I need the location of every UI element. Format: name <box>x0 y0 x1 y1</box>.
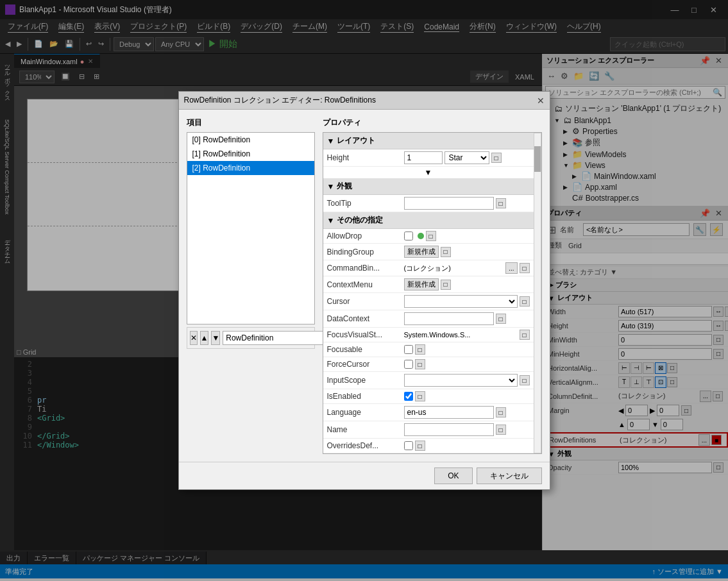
allowdrop-reset-icon[interactable]: □ <box>426 231 436 241</box>
dialog-forcecursor-row: ForceCursor □ <box>323 357 534 372</box>
contextmenu-reset-icon[interactable]: □ <box>441 280 451 290</box>
cursor-reset-icon[interactable]: □ <box>520 296 530 307</box>
focusable-label: Focusable <box>327 345 404 354</box>
dialog-bindinggroup-row: BindingGroup 新規作成 □ <box>323 244 534 260</box>
allowdrop-checkbox[interactable] <box>404 232 413 240</box>
dialog-properties-panel: プロパティ ▼ レイアウト Height <box>323 117 542 454</box>
items-section-label: 項目 <box>187 117 315 128</box>
tooltip-value: □ <box>404 197 530 210</box>
focusvisualst-reset-icon[interactable]: □ <box>520 330 530 340</box>
bindinggroup-value: 新規作成 □ <box>404 246 530 258</box>
ok-button[interactable]: OK <box>434 467 472 484</box>
dialog-outer-section[interactable]: ▼ 外観 <box>323 178 534 195</box>
dialog-focusvisualst-row: FocusVisualSt... System.Windows.S... □ <box>323 328 534 342</box>
focusable-value: □ <box>404 344 530 355</box>
isenabled-label: IsEnabled <box>327 392 404 401</box>
height-unit-dropdown[interactable]: Star <box>444 151 489 164</box>
list-item-2[interactable]: [2] RowDefinition <box>187 161 314 175</box>
props-section-label: プロパティ <box>323 117 542 128</box>
bindinggroup-label: BindingGroup <box>327 248 404 257</box>
dialog-datacontext-row: DataContext □ <box>323 310 534 328</box>
cancel-button[interactable]: キャンセル <box>477 467 542 484</box>
collection-editor-dialog: RowDefinition コレクション エディター: RowDefinitio… <box>178 91 550 490</box>
height-check-icon[interactable]: □ <box>491 153 502 163</box>
focusable-checkbox[interactable] <box>404 345 413 354</box>
dialog-inputscope-row: InputScope □ <box>323 372 534 389</box>
bindinggroup-reset-icon[interactable]: □ <box>441 247 451 257</box>
list-item-0[interactable]: [0] RowDefinition <box>187 133 314 147</box>
outer-arrow-icon: ▼ <box>327 182 335 191</box>
dialog-title: RowDefinition コレクション エディター: RowDefinitio… <box>184 95 376 106</box>
height-value-input[interactable] <box>404 151 443 164</box>
cursor-label: Cursor <box>327 297 404 306</box>
dialog-other-section[interactable]: ▼ その他の指定 <box>323 212 534 229</box>
forcecursor-label: ForceCursor <box>327 360 404 369</box>
move-down-button[interactable]: ▼ <box>211 331 220 345</box>
dialog-item-toolbar: ✕ ▲ ▼ 追加 <box>187 327 315 349</box>
forcecursor-reset-icon[interactable]: □ <box>415 359 425 369</box>
overridesdef-label: OverridesDef... <box>327 441 404 450</box>
contextmenu-new-btn[interactable]: 新規作成 <box>404 278 439 290</box>
isenabled-value: □ <box>404 391 530 401</box>
overridesdef-reset-icon[interactable]: □ <box>415 441 425 451</box>
tooltip-input[interactable] <box>404 197 494 210</box>
forcecursor-checkbox[interactable] <box>404 360 413 369</box>
dialog-language-row: Language □ <box>323 404 534 421</box>
focusvisualst-label: FocusVisualSt... <box>327 330 404 339</box>
datacontext-value: □ <box>404 312 530 325</box>
inputscope-reset-icon[interactable]: □ <box>520 375 530 385</box>
dialog-name-prop-row: Name □ <box>323 421 534 439</box>
scroll-thumb[interactable] <box>534 146 541 172</box>
dialog-scrollbar[interactable] <box>534 133 541 453</box>
isenabled-checkbox[interactable] <box>404 392 413 401</box>
dialog-tooltip-row: ToolTip □ <box>323 195 534 212</box>
dialog-overlay: RowDefinition コレクション エディター: RowDefinitio… <box>0 0 728 581</box>
delete-item-button[interactable]: ✕ <box>190 331 198 345</box>
commandbin-label: CommandBin... <box>327 264 404 273</box>
language-value: □ <box>404 406 530 419</box>
dialog-close-icon[interactable]: ✕ <box>537 96 545 106</box>
overridesdef-checkbox[interactable] <box>404 441 413 450</box>
name-prop-reset-icon[interactable]: □ <box>496 425 506 435</box>
cursor-value: □ <box>404 295 530 308</box>
inputscope-value: □ <box>404 374 530 387</box>
dialog-height-row: Height Star □ <box>323 149 534 167</box>
commandbin-text: (コレクション) <box>404 264 504 273</box>
tooltip-reset-icon[interactable]: □ <box>496 198 506 208</box>
dialog-commandbin-row: CommandBin... (コレクション) ... □ <box>323 260 534 276</box>
contextmenu-label: ContextMenu <box>327 280 404 289</box>
contextmenu-value: 新規作成 □ <box>404 278 530 290</box>
dialog-other-label: その他の指定 <box>337 215 383 226</box>
datacontext-input[interactable] <box>404 312 494 325</box>
bindinggroup-new-btn[interactable]: 新規作成 <box>404 246 439 258</box>
datacontext-reset-icon[interactable]: □ <box>496 314 506 324</box>
dialog-contextmenu-row: ContextMenu 新規作成 □ <box>323 276 534 293</box>
isenabled-reset-icon[interactable]: □ <box>415 391 425 401</box>
language-reset-icon[interactable]: □ <box>496 407 506 417</box>
dialog-focusable-row: Focusable □ <box>323 342 534 357</box>
dialog-height-value: Star □ <box>404 151 530 164</box>
focusable-reset-icon[interactable]: □ <box>415 344 425 355</box>
inputscope-dropdown[interactable] <box>404 374 518 387</box>
commandbin-reset-icon[interactable]: □ <box>520 263 530 273</box>
tooltip-label: ToolTip <box>327 199 404 208</box>
cursor-dropdown[interactable] <box>404 295 518 308</box>
name-prop-value: □ <box>404 423 530 436</box>
other-arrow-icon: ▼ <box>327 216 335 225</box>
dialog-cursor-row: Cursor □ <box>323 293 534 310</box>
height-expand-btn[interactable]: ▼ <box>323 167 534 178</box>
language-input[interactable] <box>404 406 494 419</box>
commandbin-edit-btn[interactable]: ... <box>505 262 517 274</box>
list-item-1[interactable]: [1] RowDefinition <box>187 147 314 161</box>
dialog-allowdrop-row: AllowDrop □ <box>323 229 534 244</box>
inputscope-label: InputScope <box>327 376 404 385</box>
focusvisualst-text: System.Windows.S... <box>404 331 518 339</box>
datacontext-label: DataContext <box>327 314 404 323</box>
forcecursor-value: □ <box>404 359 530 369</box>
type-input[interactable] <box>223 331 325 345</box>
name-prop-input[interactable] <box>404 423 494 436</box>
dialog-scroll-inner: ▼ レイアウト Height Star <box>323 133 541 453</box>
move-up-button[interactable]: ▲ <box>200 331 209 345</box>
name-prop-label: Name <box>327 425 404 434</box>
dialog-layout-section[interactable]: ▼ レイアウト <box>323 133 534 149</box>
